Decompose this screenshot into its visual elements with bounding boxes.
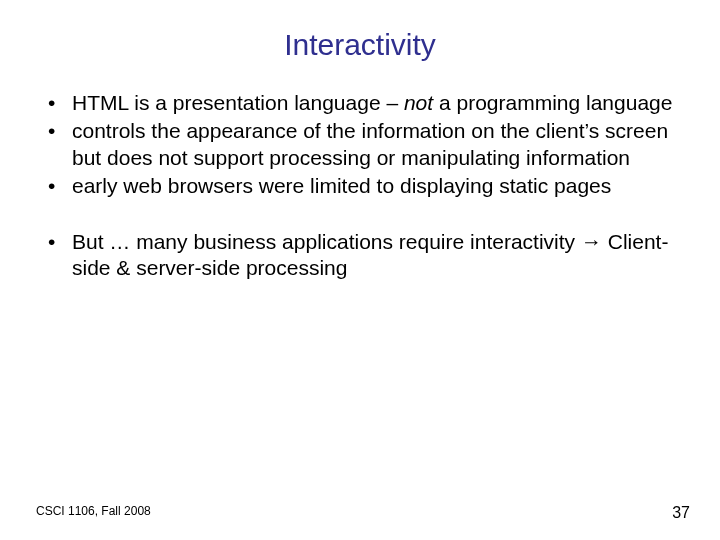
bullet-text: HTML is a presentation language – bbox=[72, 91, 404, 114]
slide: Interactivity HTML is a presentation lan… bbox=[0, 0, 720, 540]
bullet-text: But … many business applications require… bbox=[72, 230, 668, 279]
slide-title: Interactivity bbox=[36, 28, 684, 62]
bullet-item: controls the appearance of the informati… bbox=[36, 118, 684, 171]
bullet-item: But … many business applications require… bbox=[36, 229, 684, 282]
footer-course: CSCI 1106, Fall 2008 bbox=[36, 504, 151, 518]
bullet-text: early web browsers were limited to displ… bbox=[72, 174, 611, 197]
bullet-text-italic: not bbox=[404, 91, 433, 114]
bullet-text: a programming language bbox=[433, 91, 672, 114]
bullet-group-2: But … many business applications require… bbox=[36, 229, 684, 282]
bullet-item: early web browsers were limited to displ… bbox=[36, 173, 684, 199]
bullet-item: HTML is a presentation language – not a … bbox=[36, 90, 684, 116]
bullet-text: controls the appearance of the informati… bbox=[72, 119, 668, 168]
page-number: 37 bbox=[672, 504, 690, 522]
bullet-group-1: HTML is a presentation language – not a … bbox=[36, 90, 684, 199]
